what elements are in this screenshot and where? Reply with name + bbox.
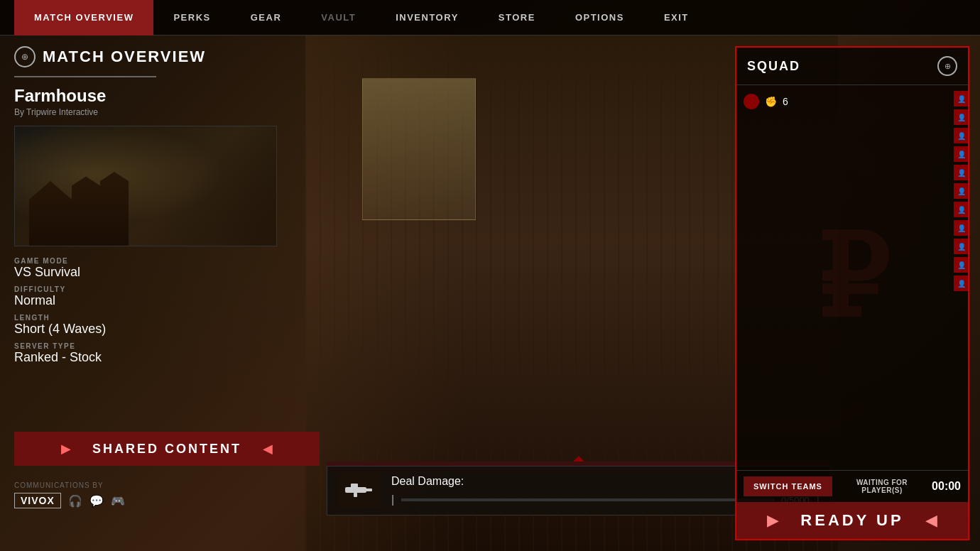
player-slot-6: 👤 bbox=[954, 183, 968, 199]
player-slot-3: 👤 bbox=[954, 128, 968, 143]
player-row: ✊ 6 bbox=[744, 91, 961, 112]
player-avatar bbox=[744, 94, 759, 109]
player-slot-2: 👤 bbox=[954, 109, 968, 125]
player-count: 6 bbox=[783, 96, 788, 107]
server-type-label: SERVER TYPE bbox=[14, 342, 320, 350]
difficulty-value: Normal bbox=[14, 293, 320, 308]
ready-up-label: READY UP bbox=[800, 511, 903, 530]
waiting-text: WAITING FOR PLAYER(S) bbox=[839, 479, 925, 494]
comms-row: VIVOX 🎧 💬 🎮 bbox=[14, 493, 125, 508]
nav-item-inventory[interactable]: INVENTORY bbox=[376, 0, 479, 36]
match-overview-icon: ⊕ bbox=[14, 46, 36, 67]
shared-content-arrow-left: ▶ bbox=[61, 441, 71, 457]
switch-teams-button[interactable]: SWITCH TEAMS bbox=[744, 476, 832, 496]
server-type-row: SERVER TYPE Ranked - Stock bbox=[14, 342, 320, 365]
game-mode-label: GAME MODE bbox=[14, 257, 320, 265]
headset-icon: 🎧 bbox=[68, 494, 82, 508]
game-mode-row: GAME MODE VS Survival bbox=[14, 257, 320, 280]
panel-title: MATCH OVERVIEW bbox=[43, 48, 206, 66]
nav-item-gear[interactable]: GEAR bbox=[231, 0, 302, 36]
svg-rect-3 bbox=[354, 493, 357, 497]
nav-item-options[interactable]: OPTIONS bbox=[555, 0, 644, 36]
progress-bar bbox=[401, 498, 774, 501]
squad-title: SQUAD bbox=[747, 59, 800, 74]
player-slots: 👤 👤 👤 👤 👤 👤 👤 👤 👤 👤 👤 bbox=[954, 91, 968, 291]
window-light bbox=[362, 78, 476, 220]
communications-section: COMMUNICATIONS BY VIVOX 🎧 💬 🎮 bbox=[14, 481, 125, 508]
player-slot-1: 👤 bbox=[954, 91, 968, 107]
player-slot-10: 👤 bbox=[954, 257, 968, 273]
ready-up-arrow-right: ◀ bbox=[925, 511, 937, 530]
shared-content-bar[interactable]: ▶ SHARED CONTENT ◀ bbox=[14, 432, 320, 466]
server-type-value: Ranked - Stock bbox=[14, 350, 320, 365]
difficulty-row: DIFFICULTY Normal bbox=[14, 285, 320, 308]
player-slot-8: 👤 bbox=[954, 220, 968, 236]
svg-rect-1 bbox=[351, 484, 358, 489]
panel-title-row: ⊕ MATCH OVERVIEW bbox=[14, 46, 320, 67]
nav-item-store[interactable]: STORE bbox=[479, 0, 555, 36]
ready-up-arrow-left: ▶ bbox=[767, 511, 779, 530]
objective-bar-arrow bbox=[573, 456, 584, 462]
shared-content-arrow-right: ◀ bbox=[263, 441, 273, 457]
squad-panel: SQUAD ⊕ ₽ ✊ 6 👤 👤 👤 👤 👤 👤 👤 👤 👤 👤 👤 bbox=[735, 46, 969, 540]
vivox-logo: VIVOX bbox=[14, 493, 61, 508]
house-silhouette bbox=[29, 153, 171, 246]
player-slot-7: 👤 bbox=[954, 202, 968, 217]
map-author: By Tripwire Interactive bbox=[14, 107, 320, 117]
nav-item-vault[interactable]: VAULT bbox=[301, 0, 376, 36]
squad-icon: ⊕ bbox=[937, 56, 957, 76]
player-list: ₽ ✊ 6 👤 👤 👤 👤 👤 👤 👤 👤 👤 👤 👤 bbox=[736, 85, 968, 470]
weapon-icon bbox=[338, 473, 381, 508]
ready-up-bar[interactable]: ▶ READY UP ◀ bbox=[736, 502, 968, 539]
player-slot-4: 👤 bbox=[954, 146, 968, 162]
comms-label: COMMUNICATIONS BY bbox=[14, 481, 125, 489]
squad-bottom: SWITCH TEAMS WAITING FOR PLAYER(S) 00:00… bbox=[736, 470, 968, 539]
length-row: LENGTH Short (4 Waves) bbox=[14, 314, 320, 337]
player-slot-9: 👤 bbox=[954, 239, 968, 254]
squad-actions: SWITCH TEAMS WAITING FOR PLAYER(S) 00:00 bbox=[736, 471, 968, 502]
map-thumbnail bbox=[14, 126, 277, 246]
shared-content-label: SHARED CONTENT bbox=[92, 442, 241, 457]
nav-item-exit[interactable]: EXIT bbox=[644, 0, 709, 36]
squad-watermark: ₽ bbox=[816, 211, 888, 344]
player-slot-11: 👤 bbox=[954, 276, 968, 291]
length-value: Short (4 Waves) bbox=[14, 322, 320, 337]
length-label: LENGTH bbox=[14, 314, 320, 322]
top-navigation: MATCH OVERVIEW PERKS GEAR VAULT INVENTOR… bbox=[0, 0, 980, 36]
svg-rect-2 bbox=[365, 489, 372, 491]
player-fist-icon: ✊ bbox=[765, 96, 777, 107]
left-panel: ⊕ MATCH OVERVIEW Farmhouse By Tripwire I… bbox=[14, 46, 320, 371]
title-underline bbox=[14, 76, 156, 77]
nav-item-match-overview[interactable]: MATCH OVERVIEW bbox=[14, 0, 153, 36]
map-name: Farmhouse bbox=[14, 86, 320, 106]
progress-bracket-left: | bbox=[391, 493, 394, 506]
squad-header: SQUAD ⊕ bbox=[736, 48, 968, 85]
timer: 00:00 bbox=[932, 480, 961, 493]
difficulty-label: DIFFICULTY bbox=[14, 285, 320, 293]
player-slot-5: 👤 bbox=[954, 165, 968, 180]
chat-icon: 💬 bbox=[89, 494, 104, 508]
game-mode-value: VS Survival bbox=[14, 265, 320, 280]
nav-item-perks[interactable]: PERKS bbox=[153, 0, 230, 36]
gamepad-icon: 🎮 bbox=[111, 494, 125, 508]
